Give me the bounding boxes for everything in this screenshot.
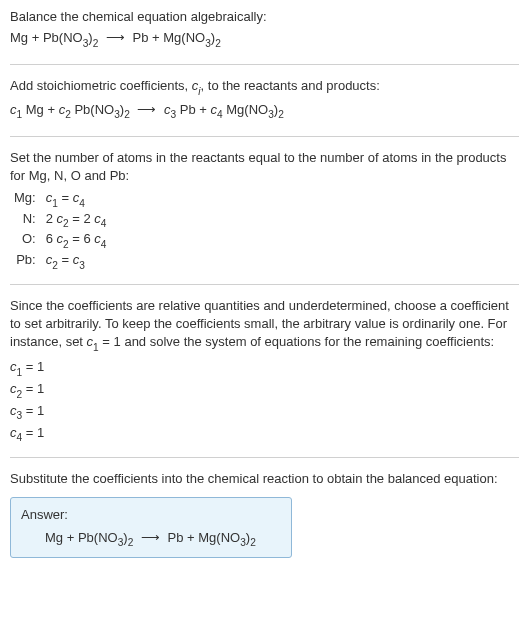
- product-pb: Pb: [168, 530, 184, 545]
- table-row: Pb: c2 = c3: [10, 251, 110, 272]
- reactant-mg: Mg: [10, 30, 28, 45]
- plus-sign: +: [47, 102, 55, 117]
- balanced-equation: Mg + Pb(NO3)2 ⟶ Pb + Mg(NO3)2: [21, 529, 281, 550]
- element-label: O:: [10, 230, 42, 251]
- instruction-text: Since the coefficients are relative quan…: [10, 297, 519, 354]
- product-pb: Pb: [133, 30, 149, 45]
- reactant-pbno3: Pb(NO3)2: [43, 30, 98, 45]
- equation-cell: 6 c2 = 6 c4: [42, 230, 111, 251]
- arrow-icon: ⟶: [102, 29, 129, 47]
- equation-cell: c2 = c3: [42, 251, 111, 272]
- plus-sign: +: [187, 530, 195, 545]
- instruction-text: Substitute the coefficients into the che…: [10, 470, 519, 488]
- element-label: N:: [10, 210, 42, 231]
- plus-sign: +: [32, 30, 40, 45]
- section-balance-intro: Balance the chemical equation algebraica…: [10, 8, 519, 65]
- product-mgno3: Mg(NO3)2: [198, 530, 256, 545]
- answer-label: Answer:: [21, 506, 281, 524]
- table-row: O: 6 c2 = 6 c4: [10, 230, 110, 251]
- arrow-icon: ⟶: [137, 529, 164, 547]
- section-answer: Substitute the coefficients into the che…: [10, 470, 519, 558]
- solution-line: c3 = 1: [10, 402, 519, 423]
- table-row: N: 2 c2 = 2 c4: [10, 210, 110, 231]
- solution-line: c4 = 1: [10, 424, 519, 445]
- coefficient-solutions: c1 = 1 c2 = 1 c3 = 1 c4 = 1: [10, 358, 519, 444]
- section-atom-balance: Set the number of atoms in the reactants…: [10, 149, 519, 286]
- solution-line: c1 = 1: [10, 358, 519, 379]
- solution-line: c2 = 1: [10, 380, 519, 401]
- arrow-icon: ⟶: [133, 101, 160, 119]
- element-label: Pb:: [10, 251, 42, 272]
- plus-sign: +: [152, 30, 160, 45]
- section-solve: Since the coefficients are relative quan…: [10, 297, 519, 458]
- reactant-mg: Mg: [45, 530, 63, 545]
- instruction-text: Set the number of atoms in the reactants…: [10, 149, 519, 185]
- instruction-text: Balance the chemical equation algebraica…: [10, 8, 519, 26]
- unbalanced-equation: Mg + Pb(NO3)2 ⟶ Pb + Mg(NO3)2: [10, 29, 519, 50]
- product-mgno3: Mg(NO3)2: [163, 30, 221, 45]
- plus-sign: +: [67, 530, 75, 545]
- reactant-pbno3: Pb(NO3)2: [78, 530, 133, 545]
- table-row: Mg: c1 = c4: [10, 189, 110, 210]
- section-add-coefficients: Add stoichiometric coefficients, ci, to …: [10, 77, 519, 137]
- equation-cell: 2 c2 = 2 c4: [42, 210, 111, 231]
- instruction-text: Add stoichiometric coefficients, ci, to …: [10, 77, 519, 98]
- equation-cell: c1 = c4: [42, 189, 111, 210]
- element-label: Mg:: [10, 189, 42, 210]
- answer-box: Answer: Mg + Pb(NO3)2 ⟶ Pb + Mg(NO3)2: [10, 497, 292, 559]
- coefficient-equation: c1 Mg + c2 Pb(NO3)2 ⟶ c3 Pb + c4 Mg(NO3)…: [10, 101, 519, 122]
- atom-equations-table: Mg: c1 = c4 N: 2 c2 = 2 c4 O: 6 c2 = 6 c…: [10, 189, 110, 272]
- plus-sign: +: [199, 102, 207, 117]
